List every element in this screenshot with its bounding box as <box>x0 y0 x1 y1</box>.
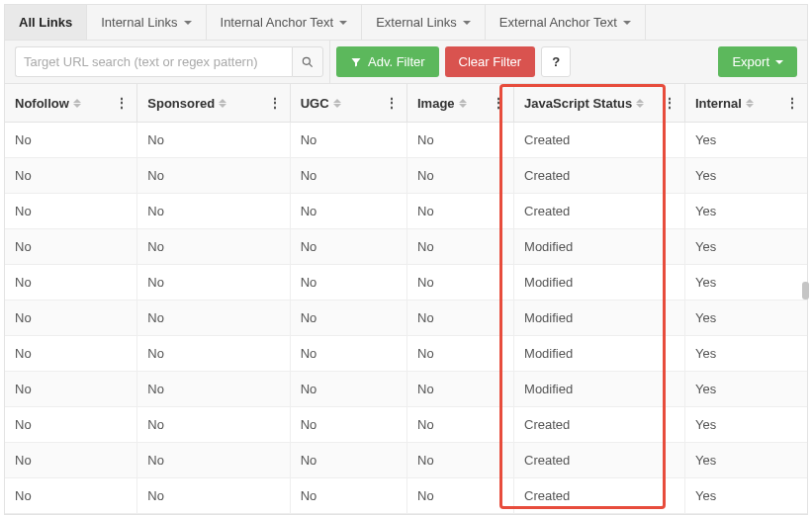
sort-icon[interactable] <box>219 99 226 108</box>
tab-internal-anchor-text[interactable]: Internal Anchor Text <box>207 5 363 40</box>
filter-icon <box>350 56 362 68</box>
svg-line-1 <box>309 63 312 66</box>
cell-nofollow: No <box>5 265 137 301</box>
sort-icon[interactable] <box>636 99 644 108</box>
column-label: JavaScript Status <box>524 96 632 111</box>
adv-filter-button[interactable]: Adv. Filter <box>336 46 439 77</box>
table-row[interactable]: NoNoNoNoModifiedYes <box>5 265 807 301</box>
table-row[interactable]: NoNoNoNoCreatedYes <box>5 407 807 443</box>
sort-icon[interactable] <box>459 99 467 108</box>
cell-internal: Yes <box>684 372 807 407</box>
search-button[interactable] <box>292 46 323 77</box>
column-menu-icon[interactable]: ⋮ <box>490 93 507 113</box>
cell-js: Created <box>514 478 685 514</box>
chevron-down-icon <box>463 21 471 25</box>
cell-image: No <box>407 478 514 514</box>
cell-internal: Yes <box>684 443 807 478</box>
table-row[interactable]: NoNoNoNoCreatedYes <box>5 123 807 158</box>
tab-external-anchor-text[interactable]: External Anchor Text <box>486 5 646 40</box>
cell-internal: Yes <box>684 407 807 443</box>
cell-ugc: No <box>290 407 406 443</box>
sort-icon[interactable] <box>746 99 754 108</box>
table-row[interactable]: NoNoNoNoModifiedYes <box>5 301 807 336</box>
search-group <box>5 41 330 83</box>
column-label: Sponsored <box>147 96 215 111</box>
search-icon <box>301 55 315 69</box>
chevron-down-icon <box>339 21 347 25</box>
tabs-bar: All LinksInternal LinksInternal Anchor T… <box>5 5 807 41</box>
column-label: UGC <box>301 96 329 111</box>
cell-nofollow: No <box>5 372 137 407</box>
cell-js: Modified <box>514 336 685 372</box>
cell-ugc: No <box>290 123 406 158</box>
cell-ugc: No <box>290 478 406 514</box>
adv-filter-label: Adv. Filter <box>368 54 425 69</box>
cell-nofollow: No <box>5 123 137 158</box>
tab-internal-links[interactable]: Internal Links <box>87 5 206 40</box>
cell-sponsored: No <box>137 229 290 265</box>
cell-js: Modified <box>514 301 685 336</box>
clear-filter-button[interactable]: Clear Filter <box>445 46 536 77</box>
scrollbar-thumb[interactable] <box>802 282 809 300</box>
search-input[interactable] <box>15 46 292 77</box>
help-button[interactable]: ? <box>541 46 571 77</box>
tab-label: Internal Anchor Text <box>221 15 334 30</box>
cell-js: Modified <box>514 229 685 265</box>
cell-image: No <box>407 407 514 443</box>
export-button[interactable]: Export <box>718 46 797 77</box>
cell-internal: Yes <box>684 265 807 301</box>
cell-sponsored: No <box>137 372 290 407</box>
cell-internal: Yes <box>684 478 807 514</box>
cell-ugc: No <box>290 158 406 194</box>
table-row[interactable]: NoNoNoNoModifiedYes <box>5 229 807 265</box>
column-header-internal[interactable]: Internal⋮ <box>684 84 807 123</box>
cell-sponsored: No <box>137 336 290 372</box>
cell-image: No <box>407 336 514 372</box>
cell-sponsored: No <box>137 158 290 194</box>
table-row[interactable]: NoNoNoNoModifiedYes <box>5 372 807 407</box>
cell-image: No <box>407 194 514 229</box>
column-header-sponsored[interactable]: Sponsored⋮ <box>137 84 290 123</box>
column-menu-icon[interactable]: ⋮ <box>661 93 678 113</box>
cell-internal: Yes <box>684 158 807 194</box>
cell-nofollow: No <box>5 478 137 514</box>
column-menu-icon[interactable]: ⋮ <box>266 93 284 113</box>
cell-js: Created <box>514 443 685 478</box>
column-menu-icon[interactable]: ⋮ <box>383 93 401 113</box>
cell-image: No <box>407 443 514 478</box>
table-row[interactable]: NoNoNoNoModifiedYes <box>5 336 807 372</box>
cell-internal: Yes <box>684 336 807 372</box>
cell-sponsored: No <box>137 478 290 514</box>
column-header-ugc[interactable]: UGC⋮ <box>290 84 406 123</box>
column-header-javascript-status[interactable]: JavaScript Status⋮ <box>514 84 685 123</box>
cell-nofollow: No <box>5 194 137 229</box>
table-row[interactable]: NoNoNoNoCreatedYes <box>5 194 807 229</box>
cell-internal: Yes <box>684 194 807 229</box>
sort-icon[interactable] <box>73 99 81 108</box>
table-area: Nofollow⋮Sponsored⋮UGC⋮Image⋮JavaScript … <box>5 84 807 514</box>
export-label: Export <box>732 54 769 69</box>
table-row[interactable]: NoNoNoNoCreatedYes <box>5 478 807 514</box>
cell-js: Modified <box>514 265 685 301</box>
column-label: Internal <box>695 96 742 111</box>
cell-js: Created <box>514 407 685 443</box>
table-row[interactable]: NoNoNoNoCreatedYes <box>5 443 807 478</box>
cell-js: Modified <box>514 372 685 407</box>
cell-nofollow: No <box>5 407 137 443</box>
column-header-image[interactable]: Image⋮ <box>407 84 514 123</box>
cell-nofollow: No <box>5 443 137 478</box>
cell-image: No <box>407 158 514 194</box>
cell-image: No <box>407 123 514 158</box>
cell-sponsored: No <box>137 194 290 229</box>
table-row[interactable]: NoNoNoNoCreatedYes <box>5 158 807 194</box>
chevron-down-icon <box>623 21 631 25</box>
sort-icon[interactable] <box>333 99 341 108</box>
column-menu-icon[interactable]: ⋮ <box>783 93 801 113</box>
cell-sponsored: No <box>137 265 290 301</box>
cell-image: No <box>407 301 514 336</box>
column-header-nofollow[interactable]: Nofollow⋮ <box>5 84 137 123</box>
cell-nofollow: No <box>5 229 137 265</box>
column-menu-icon[interactable]: ⋮ <box>113 93 131 113</box>
tab-external-links[interactable]: External Links <box>362 5 486 40</box>
tab-all-links[interactable]: All Links <box>5 5 87 40</box>
